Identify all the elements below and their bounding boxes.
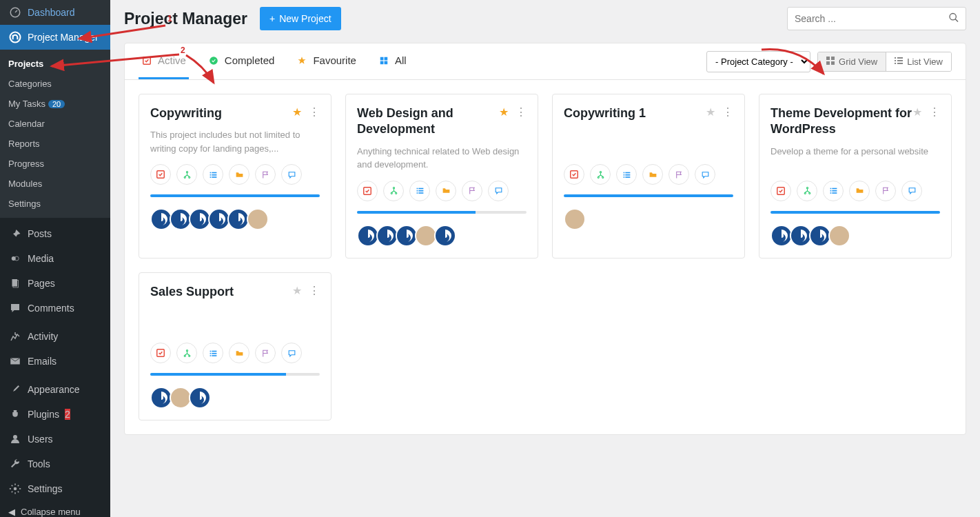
card-list-icon[interactable] xyxy=(203,343,223,363)
project-card[interactable]: Copywriting 1★⋮ xyxy=(552,94,745,258)
submenu-settings[interactable]: Settings xyxy=(0,194,110,214)
submenu-projects[interactable]: Projects xyxy=(0,54,110,74)
card-tree-icon[interactable] xyxy=(176,343,197,363)
wrench-icon xyxy=(8,457,22,471)
submenu-my-tasks[interactable]: My Tasks20 xyxy=(0,94,110,114)
tab-all[interactable]: All xyxy=(376,43,409,79)
list-view-button[interactable]: List View xyxy=(886,52,951,71)
favourite-star-icon[interactable]: ★ xyxy=(499,105,509,119)
favourite-star-icon[interactable]: ★ xyxy=(912,105,922,119)
sidebar-item-users[interactable]: Users xyxy=(0,427,110,452)
card-flag-icon[interactable] xyxy=(462,181,482,201)
more-menu-icon[interactable]: ⋮ xyxy=(722,105,733,119)
favourite-star-icon[interactable]: ★ xyxy=(292,105,302,119)
card-flag-icon[interactable] xyxy=(875,181,896,201)
card-list-icon[interactable] xyxy=(203,164,223,185)
card-chat-icon[interactable] xyxy=(281,343,302,363)
more-menu-icon[interactable]: ⋮ xyxy=(929,105,940,119)
favourite-star-icon[interactable]: ★ xyxy=(706,105,715,119)
favourite-star-icon[interactable]: ★ xyxy=(292,284,302,297)
tab-completed[interactable]: Completed xyxy=(205,43,278,79)
card-check-sq-icon[interactable] xyxy=(357,181,378,201)
project-title: Sales Support xyxy=(150,284,234,300)
card-chat-icon[interactable] xyxy=(901,181,922,201)
project-card[interactable]: Theme Development for WordPress★⋮Develop… xyxy=(759,94,952,258)
card-check-sq-icon[interactable] xyxy=(150,164,171,185)
card-folder-icon[interactable] xyxy=(229,164,249,185)
sidebar-item-comments[interactable]: Comments xyxy=(0,296,110,321)
project-title: Copywriting xyxy=(150,105,222,121)
svg-rect-46 xyxy=(416,188,418,190)
submenu-categories[interactable]: Categories xyxy=(0,74,110,94)
tab-label: Favourite xyxy=(313,54,356,66)
card-tree-icon[interactable] xyxy=(590,164,611,185)
sidebar-label: Dashboard xyxy=(28,7,75,18)
sidebar-item-tools[interactable]: Tools xyxy=(0,452,110,476)
card-list-icon[interactable] xyxy=(409,181,430,201)
card-tree-icon[interactable] xyxy=(797,181,817,201)
card-tree-icon[interactable] xyxy=(383,181,404,201)
sidebar-item-media[interactable]: Media xyxy=(0,246,110,271)
card-check-sq-icon[interactable] xyxy=(150,343,171,363)
svg-rect-48 xyxy=(416,190,418,192)
svg-rect-13 xyxy=(380,57,384,60)
collapse-menu[interactable]: ◀ Collapse menu xyxy=(0,501,110,517)
sidebar-label: Plugins xyxy=(28,409,59,420)
submenu-calendar[interactable]: Calendar xyxy=(0,114,110,134)
card-flag-icon[interactable] xyxy=(255,343,276,363)
category-select[interactable]: - Project Category - xyxy=(706,51,810,72)
sidebar-label: Emails xyxy=(28,356,57,367)
search-input[interactable] xyxy=(787,7,966,30)
sidebar-item-plugins[interactable]: Plugins2 xyxy=(0,402,110,427)
pm-icon xyxy=(8,30,22,44)
avatar[interactable] xyxy=(434,225,456,247)
svg-point-58 xyxy=(598,176,599,178)
svg-point-28 xyxy=(186,172,187,173)
card-folder-icon[interactable] xyxy=(642,164,663,185)
submenu-reports[interactable]: Reports xyxy=(0,134,110,154)
card-check-sq-icon[interactable] xyxy=(564,164,584,185)
card-chat-icon[interactable] xyxy=(281,164,302,185)
sidebar-item-emails[interactable]: Emails xyxy=(0,349,110,374)
card-list-icon[interactable] xyxy=(616,164,637,185)
card-list-icon[interactable] xyxy=(823,181,844,201)
avatar[interactable] xyxy=(189,387,211,409)
card-check-sq-icon[interactable] xyxy=(770,181,791,201)
sidebar-item-project-manager[interactable]: Project Manager xyxy=(0,25,110,50)
submenu-modules[interactable]: Modules xyxy=(0,174,110,194)
sidebar-item-settings[interactable]: Settings xyxy=(0,476,110,501)
progress-bar xyxy=(357,211,527,214)
projects-grid: Copywriting★⋮This project includes but n… xyxy=(125,80,966,434)
card-folder-icon[interactable] xyxy=(229,343,249,363)
avatar[interactable] xyxy=(828,225,850,247)
sidebar-item-posts[interactable]: Posts xyxy=(0,221,110,246)
card-chat-icon[interactable] xyxy=(488,181,509,201)
card-flag-icon[interactable] xyxy=(668,164,689,185)
more-menu-icon[interactable]: ⋮ xyxy=(309,284,320,297)
more-menu-icon[interactable]: ⋮ xyxy=(515,105,527,119)
submenu-progress[interactable]: Progress xyxy=(0,154,110,174)
project-card[interactable]: Copywriting★⋮This project includes but n… xyxy=(139,94,331,258)
project-card[interactable]: Sales Support★⋮ xyxy=(139,272,331,420)
search-icon[interactable] xyxy=(948,12,959,26)
mail-icon xyxy=(8,354,22,368)
svg-rect-19 xyxy=(826,61,830,65)
card-folder-icon[interactable] xyxy=(849,181,870,201)
tab-favourite[interactable]: Favourite xyxy=(294,43,359,79)
more-menu-icon[interactable]: ⋮ xyxy=(309,105,320,119)
avatar[interactable] xyxy=(564,208,586,230)
svg-rect-20 xyxy=(831,61,835,65)
sidebar-item-appearance[interactable]: Appearance xyxy=(0,377,110,402)
sidebar-item-dashboard[interactable]: Dashboard xyxy=(0,0,110,25)
grid-view-button[interactable]: Grid View xyxy=(818,52,886,71)
card-chat-icon[interactable] xyxy=(695,164,715,185)
avatar[interactable] xyxy=(247,208,269,230)
project-card[interactable]: Web Design and Development★⋮Anything tec… xyxy=(345,94,538,258)
card-folder-icon[interactable] xyxy=(436,181,456,201)
sidebar-item-activity[interactable]: Activity xyxy=(0,324,110,349)
sidebar-item-pages[interactable]: Pages xyxy=(0,271,110,296)
svg-point-12 xyxy=(210,57,218,65)
card-flag-icon[interactable] xyxy=(255,164,276,185)
new-project-button[interactable]: + New Project xyxy=(260,7,341,30)
card-tree-icon[interactable] xyxy=(176,164,197,185)
